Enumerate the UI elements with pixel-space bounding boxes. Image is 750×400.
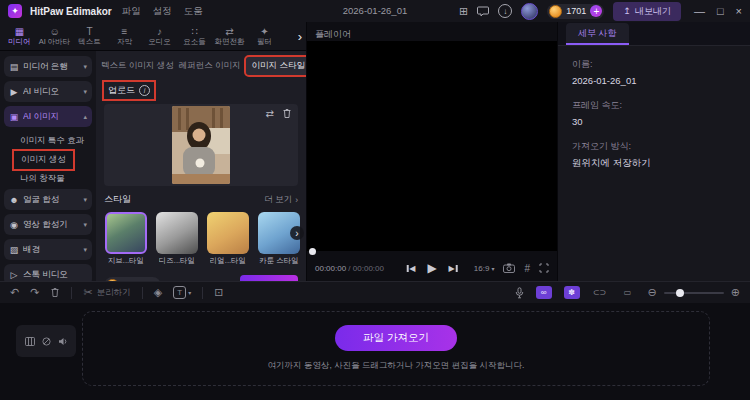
zoom-slider-knob[interactable] (676, 289, 684, 297)
feedback-icon[interactable] (477, 6, 489, 17)
close-button[interactable]: × (736, 5, 742, 17)
tab-label: 화면전환 (215, 37, 245, 46)
export-label: 내보내기 (635, 5, 671, 18)
sidebar-subitem-my-creations[interactable]: 나의 창작물 (4, 169, 92, 189)
zoom-slider[interactable] (664, 292, 724, 294)
import-files-button[interactable]: 파일 가져오기 (335, 325, 457, 351)
see-more-label: 더 보기 (264, 194, 292, 206)
tab-media[interactable]: ▦ 미디어 (2, 26, 37, 46)
style-option-real[interactable]: 리얼...타일 (206, 212, 250, 266)
sidebar-item-media-bank[interactable]: ▤ 미디어 은행 ▾ (4, 56, 92, 77)
mute-track-icon[interactable] (42, 337, 51, 346)
menu-help[interactable]: 도움 (182, 5, 205, 18)
badge-icon[interactable]: ◈ (154, 287, 162, 298)
field-import-method-label: 가져오기 방식: (572, 140, 736, 153)
player-stage (307, 41, 557, 251)
tab-elements[interactable]: ∷ 요소들 (177, 26, 212, 46)
uploaded-image (172, 106, 230, 184)
menu-file[interactable]: 파일 (120, 5, 143, 18)
avatar[interactable] (521, 3, 538, 20)
split-button[interactable]: ✂ 분리하기 (83, 287, 130, 299)
sidebar-item-ai-image[interactable]: ▣ AI 이미지 ▴ (4, 106, 92, 127)
sidebar-item-background[interactable]: ▨ 배경 ▾ (4, 239, 92, 260)
info-icon[interactable]: i (139, 85, 150, 96)
track-height-toggle[interactable]: ▭ (620, 286, 636, 299)
style-option-ghibli[interactable]: 지브...타일 (104, 212, 148, 266)
sidebar-label: AI 이미지 (23, 111, 59, 123)
aspect-ratio-select[interactable]: 16:9 ▾ (474, 264, 495, 273)
chevron-up-icon: ▴ (83, 113, 87, 121)
tab-details[interactable]: 세부 사항 (566, 23, 629, 45)
maximize-button[interactable]: □ (717, 5, 724, 17)
tab-ai-avatar[interactable]: ☺ AI 아바타 (37, 26, 72, 46)
sidebar-label: 영상 합성기 (23, 219, 68, 231)
layout-icon[interactable]: ⊞ (459, 6, 468, 17)
filter-icon: ✦ (260, 26, 268, 37)
playhead[interactable] (309, 248, 316, 255)
export-button[interactable]: ↥ 내보내기 (613, 2, 681, 21)
next-frame-button[interactable]: ▶ (449, 264, 458, 273)
minimize-button[interactable]: — (694, 5, 705, 17)
details-panel: 세부 사항 이름: 2026-01-26_01 프레임 속도: 30 가져오기 … (558, 22, 750, 281)
download-icon[interactable]: ↓ (498, 4, 512, 18)
tab-image-style[interactable]: 이미지 스타일 (246, 57, 311, 75)
chevron-down-icon: ▾ (83, 221, 87, 229)
chevron-down-icon: ▾ (83, 246, 87, 254)
replace-image-icon[interactable]: ⇄ (266, 108, 274, 119)
delete-button[interactable] (50, 287, 60, 298)
image-generator-panel: 텍스트 이미지 생성 레퍼런스 이미지 이미지 스타일 업로드 i (96, 51, 306, 281)
sidebar-item-face-swap[interactable]: ☻ 얼굴 합성 ▾ (4, 189, 92, 210)
titlebar: ✦ HitPaw Edimakor 파일 설정 도움 2026-01-26_01… (0, 0, 750, 22)
delete-image-icon[interactable] (282, 108, 292, 119)
sidebar-subitem-image-effects[interactable]: 이미지 특수 효과 (4, 131, 92, 151)
sidebar-item-video-compositor[interactable]: ◉ 영상 합성기 ▾ (4, 214, 92, 235)
tab-label: 요소들 (183, 37, 206, 46)
ribbon-scroll-right[interactable]: › (298, 29, 304, 44)
record-voiceover-button[interactable] (515, 287, 524, 299)
styles-scroll-right[interactable]: › (290, 226, 304, 240)
fullscreen-icon[interactable] (539, 263, 549, 273)
track-type-icon[interactable] (25, 337, 35, 346)
coin-balance[interactable]: 1701 + (547, 4, 604, 19)
tab-subtitle[interactable]: ≡ 자막 (107, 26, 142, 46)
snapshot-icon[interactable] (503, 263, 515, 273)
player-seekbar[interactable] (307, 251, 557, 253)
sidebar-item-ai-video[interactable]: ▶ AI 비디오 ▾ (4, 81, 92, 102)
timeline-area: 파일 가져오기 여기까지 동영상, 사진을 드래그하거나 가져오면 편집을 시작… (0, 303, 750, 400)
tab-text-image-generation[interactable]: 텍스트 이미지 생성 (101, 60, 174, 72)
auto-magnetic-toggle[interactable]: ✽ (564, 286, 580, 299)
upload-preview-area[interactable]: ⇄ (104, 104, 298, 186)
see-more-link[interactable]: 더 보기 › (264, 194, 298, 206)
tab-label: 미디어 (8, 37, 31, 46)
previous-frame-button[interactable]: ◀ (407, 264, 416, 273)
timeline-zoom-control: ⊖ ⊕ (648, 287, 740, 298)
tab-filter[interactable]: ✦ 필터 (247, 26, 282, 46)
link-clips-toggle[interactable]: ∞ (536, 286, 552, 299)
player-controls: 00:00:00 / 00:00:00 ◀ ▶ ▶ 16:9 ▾ # (307, 255, 557, 281)
redo-button[interactable]: ↷ (30, 287, 39, 298)
sidebar-subitem-image-generation[interactable]: 이미지 생성 (14, 151, 73, 169)
avatar-icon: ☺ (49, 26, 59, 37)
style-option-disney[interactable]: 디즈...타일 (155, 212, 199, 266)
upload-section: 업로드 i (104, 82, 154, 99)
add-coins-button[interactable]: + (590, 5, 602, 17)
folder-icon: ▤ (9, 62, 19, 72)
quick-text-tool[interactable]: T ▾ (173, 286, 191, 299)
grid-icon[interactable]: # (524, 263, 530, 274)
generator-tabs: 텍스트 이미지 생성 레퍼런스 이미지 이미지 스타일 (96, 51, 306, 79)
zoom-out-button[interactable]: ⊖ (648, 287, 657, 298)
tab-reference-image[interactable]: 레퍼런스 이미지 (179, 60, 241, 72)
media-drop-zone[interactable]: 파일 가져오기 여기까지 동영상, 사진을 드래그하거나 가져오면 편집을 시작… (82, 311, 710, 386)
tab-transition[interactable]: ⇄ 화면전환 (212, 26, 247, 46)
sidebar-item-stock-video[interactable]: ▷ 스톡 비디오 (4, 264, 92, 281)
play-button[interactable]: ▶ (427, 261, 436, 275)
tab-text[interactable]: T 텍스트 (72, 26, 107, 46)
ripple-edit-toggle[interactable]: ⊂⊃ (592, 286, 608, 299)
tab-audio[interactable]: ♪ 오디오 (142, 26, 177, 46)
frame-capture-icon[interactable]: ⊡ (214, 287, 223, 298)
volume-icon[interactable] (58, 337, 68, 346)
zoom-in-button[interactable]: ⊕ (731, 287, 740, 298)
undo-button[interactable]: ↶ (10, 287, 19, 298)
menu-settings[interactable]: 설정 (151, 5, 174, 18)
chevron-down-icon: ▾ (83, 196, 87, 204)
